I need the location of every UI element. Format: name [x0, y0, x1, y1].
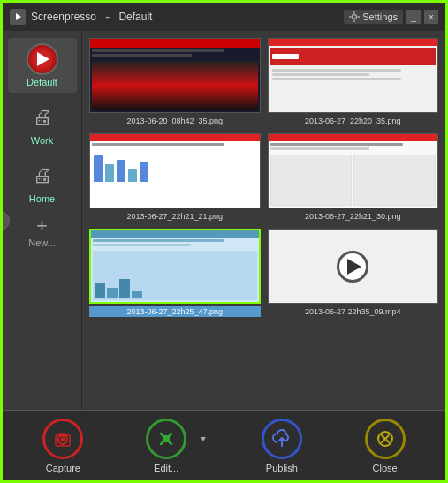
edit-icon: [146, 419, 186, 459]
app-title: Screenpresso: [31, 11, 96, 23]
gallery-item-5[interactable]: 2013-06-27_22h25_47.png: [89, 229, 261, 317]
gallery-item-3[interactable]: 2013-06-27_22h21_21.png: [89, 133, 261, 222]
publish-label: Publish: [266, 463, 298, 473]
close-window-button[interactable]: ×: [424, 10, 438, 24]
svg-marker-13: [201, 437, 206, 441]
gallery-thumb-4: [268, 133, 439, 208]
title-bar: Screenpresso - Default Settings _ ×: [3, 3, 445, 31]
gallery-item-1[interactable]: 2013-06-20_08h42_35.png: [89, 38, 261, 126]
collapse-sidebar-button[interactable]: ‹: [3, 211, 10, 230]
svg-point-2: [353, 15, 357, 19]
gallery-thumb-1: [89, 38, 261, 113]
capture-label: Capture: [46, 463, 80, 473]
edit-dropdown-arrow[interactable]: [197, 419, 209, 459]
sidebar-item-work[interactable]: 🖨 Work: [8, 96, 77, 151]
sidebar: ‹ Default 🖨 Work: [3, 31, 82, 410]
gallery-thumb-5: [89, 229, 261, 304]
close-icon: [365, 419, 406, 459]
settings-button[interactable]: Settings: [344, 10, 403, 24]
sidebar-item-default-label: Default: [27, 77, 57, 87]
sidebar-new-button[interactable]: + New...: [28, 216, 56, 248]
profile-name: Default: [118, 11, 152, 23]
gallery-label-1: 2013-06-20_08h42_35.png: [89, 116, 261, 126]
chevron-down-icon: [199, 434, 208, 444]
default-icon: [27, 43, 58, 75]
sidebar-item-home[interactable]: 🖨 Home: [8, 155, 77, 209]
camera-icon: [53, 429, 72, 449]
title-separator: -: [105, 9, 110, 25]
plus-icon: +: [36, 216, 48, 236]
app-icon: [10, 9, 26, 25]
gallery-thumb-6: [268, 229, 439, 304]
gallery-label-4: 2013-06-27_22h21_30.png: [268, 211, 439, 222]
settings-label: Settings: [362, 11, 398, 22]
gallery-item-4[interactable]: 2013-06-27_22h21_30.png: [268, 133, 439, 222]
gallery-thumb-2: [268, 38, 439, 113]
home-printer-icon: 🖨: [27, 160, 58, 192]
capture-icon: [42, 419, 83, 459]
gallery-item-2[interactable]: 2013-06-27_22h20_35.png: [268, 38, 439, 126]
sidebar-item-home-label: Home: [29, 193, 55, 204]
gallery: 2013-06-20_08h42_35.png: [82, 31, 445, 410]
sidebar-item-default[interactable]: Default: [8, 38, 77, 93]
toolbar: Capture Edit...: [3, 410, 445, 480]
publish-icon: [262, 419, 302, 459]
title-bar-left: Screenpresso - Default: [10, 9, 152, 25]
gallery-label-6: 2013-06-27 22h35_09.mp4: [268, 306, 439, 317]
gear-icon: [349, 11, 360, 22]
main-content: ‹ Default 🖨 Work: [3, 31, 445, 410]
app-window: Screenpresso - Default Settings _ ×: [0, 0, 448, 483]
publish-button[interactable]: Publish: [251, 419, 313, 473]
gallery-item-6[interactable]: 2013-06-27 22h35_09.mp4: [268, 229, 439, 317]
close-label: Close: [373, 463, 398, 473]
sidebar-new-label: New...: [28, 238, 56, 248]
gallery-thumb-3: [89, 133, 261, 208]
edit-label: Edit...: [154, 463, 178, 473]
edit-button[interactable]: Edit...: [135, 419, 197, 473]
minimize-button[interactable]: _: [406, 10, 421, 24]
gallery-label-3: 2013-06-27_22h21_21.png: [89, 211, 261, 222]
tools-icon: [156, 429, 176, 449]
capture-button[interactable]: Capture: [32, 419, 94, 473]
upload-cloud-icon: [272, 429, 292, 449]
title-bar-right: Settings _ ×: [344, 10, 438, 24]
x-circle-icon: [376, 429, 395, 449]
work-printer-icon: 🖨: [27, 102, 58, 133]
sidebar-item-work-label: Work: [31, 135, 53, 146]
edit-group: Edit...: [135, 419, 209, 473]
gallery-label-2: 2013-06-27_22h20_35.png: [268, 116, 439, 126]
video-play-indicator: [337, 251, 368, 283]
close-button[interactable]: Close: [354, 419, 416, 473]
gallery-label-5: 2013-06-27_22h25_47.png: [89, 306, 261, 317]
svg-point-8: [61, 437, 65, 441]
